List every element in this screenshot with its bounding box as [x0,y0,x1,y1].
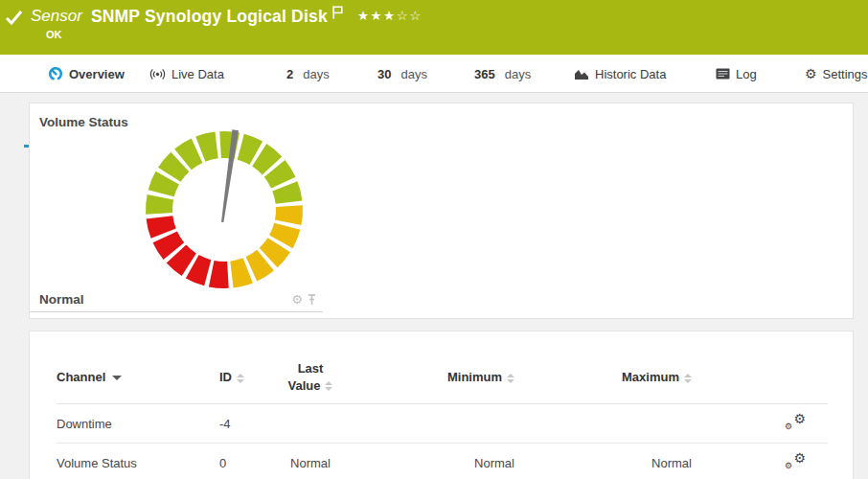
cell-actions: ⚙⚙ [703,404,828,444]
tab-30-days-number: 30 [377,67,391,81]
tab-settings-label: Settings [823,67,868,81]
log-icon [716,68,730,80]
sort-desc-icon [112,376,122,380]
sensor-header-row: Sensor SNMP Synology Logical Disk ★★★☆☆ [6,6,423,27]
tab-365-days-number: 365 [474,67,495,81]
channel-settings-icon[interactable]: ⚙⚙ [785,414,806,430]
tab-30-days-unit: days [400,67,426,81]
pin-icon[interactable] [307,293,317,306]
cell-maximum [526,404,703,444]
sensor-status-bar: Sensor SNMP Synology Logical Disk ★★★☆☆ … [0,0,868,55]
overview-gauge-panel: Volume Status Normal ⚙ [29,103,854,319]
tab-overview[interactable]: Overview [48,55,125,93]
cell-channel: Downtime [57,404,219,444]
tab-overview-label: Overview [69,67,125,81]
sort-carets-icon [237,374,244,383]
cell-actions: ⚙⚙ [703,444,828,479]
column-header-maximum-label: Maximum [622,370,679,384]
cell-last-value: Normal [263,444,358,479]
sort-carets-icon [507,374,514,383]
object-kind-label: Sensor [31,7,82,26]
tab-historic-data[interactable]: Historic Data [574,55,666,93]
channel-settings-icon[interactable]: ⚙⚙ [785,453,806,469]
volume-status-gauge [143,128,306,291]
column-header-maximum[interactable]: Maximum [526,356,703,404]
area-chart-icon [574,67,589,80]
gear-icon: ⚙ [805,67,817,80]
cell-id: -4 [219,404,263,444]
tab-live-data[interactable]: Live Data [149,55,224,93]
gauge-segment [275,205,303,225]
column-header-minimum-label: Minimum [447,370,502,384]
gauge-value-label: Normal [39,292,84,307]
column-header-minimum[interactable]: Minimum [358,356,526,404]
column-header-id[interactable]: ID [219,356,263,404]
tab-365-days[interactable]: 365 days [474,55,531,93]
table-row: Volume Status0NormalNormalNormal⚙⚙ [57,444,828,479]
status-badge: OK [46,29,62,40]
tab-365-days-unit: days [505,67,531,81]
gauge-segment [209,261,229,288]
gauge-segment [146,194,173,215]
channels-table: Channel ID Last Value Minimum Maximum Do… [57,356,828,479]
gauge-icon [48,66,63,81]
cell-minimum [358,404,526,444]
widget-gear-icon[interactable]: ⚙ [291,293,303,306]
cell-minimum: Normal [358,444,526,479]
broadcast-icon [149,67,166,81]
sort-carets-icon [684,374,692,383]
channels-panel: Channel ID Last Value Minimum Maximum Do… [29,331,854,479]
column-header-channel[interactable]: Channel [57,356,219,404]
table-header-row: Channel ID Last Value Minimum Maximum [57,356,828,404]
column-header-channel-label: Channel [57,370,105,384]
cell-maximum: Normal [526,444,703,479]
flag-icon[interactable] [332,6,343,19]
column-header-last-value-label: Last Value [288,361,324,393]
sort-carets-icon [325,381,332,391]
tab-30-days[interactable]: 30 days [377,55,427,93]
volume-status-gauge-widget: Volume Status Normal ⚙ [30,103,323,312]
page-title: SNMP Synology Logical Disk [91,7,328,27]
column-header-actions [703,356,828,404]
tab-settings[interactable]: ⚙ Settings [805,55,868,93]
tab-2-days-number: 2 [286,67,293,81]
cell-id: 0 [219,444,263,479]
cell-last-value [263,404,358,444]
tab-log[interactable]: Log [716,55,757,93]
column-header-id-label: ID [219,370,232,384]
cell-channel: Volume Status [57,444,219,479]
tab-historic-data-label: Historic Data [595,67,666,81]
gauge-title: Volume Status [39,115,128,129]
tab-log-label: Log [736,67,757,81]
ok-check-icon [6,10,22,26]
column-header-last-value[interactable]: Last Value [263,356,358,404]
tab-live-data-label: Live Data [171,67,224,81]
tab-bar: Overview Live Data 2 days 30 days 365 da… [0,55,868,93]
tab-2-days[interactable]: 2 days [286,55,330,93]
table-row: Downtime-4⚙⚙ [57,404,828,444]
priority-stars[interactable]: ★★★☆☆ [357,8,423,23]
gauge-footer: Normal ⚙ [39,292,317,307]
tab-2-days-unit: days [303,67,329,81]
